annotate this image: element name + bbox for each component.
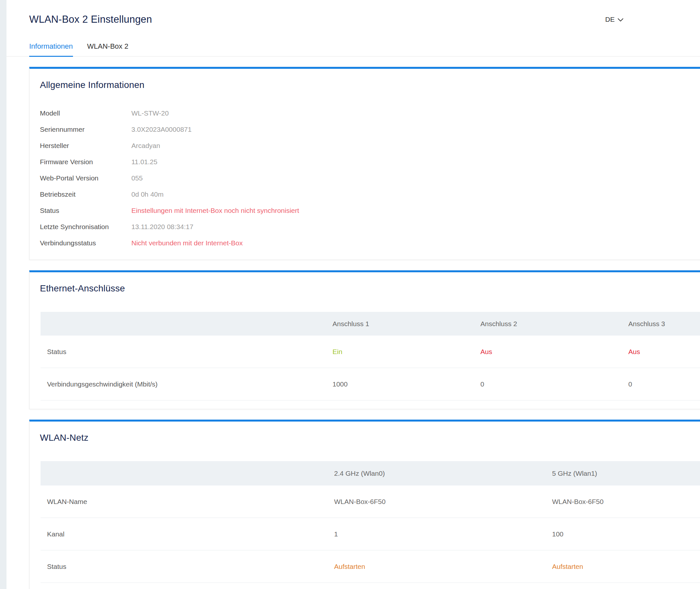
port2-status: Aus — [474, 348, 622, 356]
row-label: Verbindungsgeschwindigkeit (Mbit/s) — [40, 380, 326, 388]
info-value: WL-STW-20 — [132, 110, 169, 117]
info-row-modell: Modell WL-STW-20 — [40, 105, 700, 121]
info-value: 3.0X2023A0000871 — [132, 126, 192, 133]
info-value: 055 — [132, 174, 143, 182]
info-label: Hersteller — [40, 142, 132, 150]
column-header-anschluss-2: Anschluss 2 — [474, 320, 622, 328]
wlan1-channel: 100 — [545, 530, 700, 538]
row-label: Status — [40, 563, 327, 571]
table-row-kanal: Kanal 1 100 — [40, 518, 700, 550]
wlan1-status: Aufstarten — [545, 563, 700, 571]
page-header: WLAN-Box 2 Einstellungen DE — [29, 0, 700, 25]
ethernet-table-header: Anschluss 1 Anschluss 2 Anschluss 3 — [40, 312, 700, 336]
info-value: 0d 0h 40m — [132, 191, 164, 198]
info-row-letzte-synchronisation: Letzte Synchronisation 13.11.2020 08:34:… — [40, 219, 700, 235]
info-label: Letzte Synchronisation — [40, 223, 132, 231]
column-header-2-4ghz: 2.4 GHz (Wlan0) — [327, 469, 545, 477]
general-info-card: Allgemeine Informationen Modell WL-STW-2… — [29, 67, 700, 260]
wlan0-status: Aufstarten — [327, 563, 545, 571]
column-header-5ghz: 5 GHz (Wlan1) — [545, 469, 700, 477]
port1-speed: 1000 — [326, 380, 474, 388]
ethernet-card: Ethernet-Anschlüsse Anschluss 1 Anschlus… — [29, 270, 700, 409]
wlan-table-header: 2.4 GHz (Wlan0) 5 GHz (Wlan1) — [40, 461, 700, 485]
port3-status: Aus — [622, 348, 700, 356]
column-header-anschluss-3: Anschluss 3 — [622, 320, 700, 328]
info-row-seriennummer: Seriennummer 3.0X2023A0000871 — [40, 121, 700, 138]
row-label: Status — [40, 348, 326, 356]
info-value: 11.01.25 — [132, 158, 157, 166]
language-code: DE — [605, 16, 615, 23]
info-row-verbindungsstatus: Verbindungsstatus Nicht verbunden mit de… — [40, 235, 700, 251]
info-label: Seriennummer — [40, 126, 132, 133]
table-row-wlan-status: Status Aufstarten Aufstarten — [40, 550, 700, 583]
info-label: Status — [40, 207, 132, 214]
info-label: Betriebszeit — [40, 191, 132, 198]
tab-informationen[interactable]: Informationen — [29, 42, 73, 57]
info-value: 13.11.2020 08:34:17 — [132, 223, 193, 231]
port2-speed: 0 — [474, 380, 622, 388]
table-row-status: Status Ein Aus Aus — [40, 336, 700, 368]
info-row-webportal-version: Web-Portal Version 055 — [40, 170, 700, 186]
port3-speed: 0 — [622, 380, 700, 388]
row-label: Kanal — [40, 530, 327, 538]
wlan0-name: WLAN-Box-6F50 — [327, 498, 545, 506]
status-badge: Einstellungen mit Internet-Box noch nich… — [132, 207, 299, 214]
info-row-firmware-version: Firmware Version 11.01.25 — [40, 154, 700, 170]
chevron-down-icon — [618, 17, 624, 22]
info-label: Modell — [40, 110, 132, 117]
connection-status-badge: Nicht verbunden mit der Internet-Box — [132, 239, 243, 247]
row-label: WLAN-Name — [40, 498, 327, 506]
info-label: Firmware Version — [40, 158, 132, 166]
tab-wlan-box-2[interactable]: WLAN-Box 2 — [87, 42, 129, 57]
general-info-list: Modell WL-STW-20 Seriennummer 3.0X2023A0… — [40, 105, 700, 251]
settings-page: WLAN-Box 2 Einstellungen DE Informatione… — [0, 0, 700, 589]
port1-status: Ein — [326, 348, 474, 356]
ethernet-title: Ethernet-Anschlüsse — [40, 283, 700, 294]
info-row-betriebszeit: Betriebszeit 0d 0h 40m — [40, 186, 700, 202]
wlan1-name: WLAN-Box-6F50 — [545, 498, 700, 506]
column-header-anschluss-1: Anschluss 1 — [326, 320, 474, 328]
info-label: Verbindungsstatus — [40, 239, 132, 247]
info-label: Web-Portal Version — [40, 174, 132, 182]
wlan-card: WLAN-Netz 2.4 GHz (Wlan0) 5 GHz (Wlan1) … — [29, 420, 700, 589]
table-row-wlan-name: WLAN-Name WLAN-Box-6F50 WLAN-Box-6F50 — [40, 485, 700, 518]
wlan0-channel: 1 — [327, 530, 545, 538]
info-value: Arcadyan — [132, 142, 160, 150]
ethernet-table: Anschluss 1 Anschluss 2 Anschluss 3 Stat… — [40, 312, 700, 400]
general-info-title: Allgemeine Informationen — [40, 80, 700, 90]
language-selector[interactable]: DE — [605, 16, 624, 23]
wlan-table: 2.4 GHz (Wlan0) 5 GHz (Wlan1) WLAN-Name … — [40, 461, 700, 583]
wlan-title: WLAN-Netz — [40, 433, 700, 443]
info-row-hersteller: Hersteller Arcadyan — [40, 138, 700, 154]
info-row-status: Status Einstellungen mit Internet-Box no… — [40, 202, 700, 219]
table-row-speed: Verbindungsgeschwindigkeit (Mbit/s) 1000… — [40, 368, 700, 400]
page-title: WLAN-Box 2 Einstellungen — [29, 14, 700, 25]
tab-bar: Informationen WLAN-Box 2 — [6, 42, 700, 56]
